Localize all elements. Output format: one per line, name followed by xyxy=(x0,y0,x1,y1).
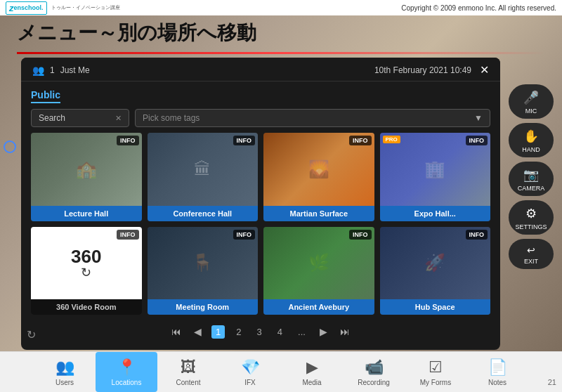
nav-media[interactable]: ▶ Media xyxy=(281,352,343,392)
dropdown-arrow-icon: ▼ xyxy=(474,113,483,123)
location-card-expo-hall[interactable]: 🏢 PRO INFO Expo Hall... xyxy=(380,133,491,221)
locations-nav-label: Locations xyxy=(112,379,142,386)
settings-button[interactable]: ⚙ SETTINGS xyxy=(509,200,554,235)
nav-notes[interactable]: 📄 Notes xyxy=(466,352,528,392)
logo-area: z enschool. トゥルー・イノベーション講座 xyxy=(6,1,120,15)
page-2-button[interactable]: 2 xyxy=(232,325,245,339)
page-title: メニュー～別の場所へ移動 xyxy=(17,20,256,46)
card-image-meeting: 🪑 INFO xyxy=(148,227,259,300)
tags-dropdown[interactable]: Pick some tags ▼ xyxy=(135,109,490,127)
page-next-button[interactable]: ▶ xyxy=(317,325,330,339)
media-nav-icon: ▶ xyxy=(306,358,318,377)
info-badge-meeting: INFO xyxy=(233,230,256,240)
recording-nav-icon: 📹 xyxy=(365,358,384,377)
slide-number: 21 xyxy=(548,378,556,386)
info-badge-360: INFO xyxy=(117,230,139,240)
mic-icon: 🎤 xyxy=(523,90,539,105)
top-bar: z enschool. トゥルー・イノベーション講座 Copyright © 2… xyxy=(0,0,562,15)
location-card-lecture-hall[interactable]: 🏫 INFO Lecture Hall xyxy=(31,133,142,221)
user-count: 1 xyxy=(50,65,55,75)
filters-row: Search ✕ Pick some tags ▼ xyxy=(31,109,490,127)
info-badge-hub: INFO xyxy=(466,230,488,240)
main-panel: 👥 1 Just Me 10th February 2021 10:49 ✕ P… xyxy=(21,58,500,350)
nav-locations[interactable]: 📍 Locations xyxy=(96,352,157,392)
page-4-button[interactable]: 4 xyxy=(273,325,287,339)
nav-my-forms[interactable]: ☑ My Forms xyxy=(405,352,466,392)
card-image-expo: 🏢 PRO INFO xyxy=(380,133,491,206)
content-nav-icon: 🖼 xyxy=(181,358,196,377)
nav-users[interactable]: 👥 Users xyxy=(34,352,96,392)
circle-decoration xyxy=(4,141,16,153)
public-label: Public xyxy=(31,89,60,103)
location-grid: 🏫 INFO Lecture Hall 🏛 INFO Conference Ha… xyxy=(31,133,490,315)
logo-box: z enschool. xyxy=(6,1,47,15)
search-text: Search xyxy=(39,113,65,123)
user-name: Just Me xyxy=(60,65,90,75)
camera-button[interactable]: 📷 CAMERA xyxy=(509,162,554,196)
logo-sub: トゥルー・イノベーション講座 xyxy=(51,4,120,11)
refresh-button[interactable]: ↻ xyxy=(27,328,36,341)
card-label-hub: Hub Space xyxy=(380,299,491,315)
bottom-nav: 👥 Users 📍 Locations 🖼 Content 💎 IFX ▶ Me… xyxy=(0,351,562,392)
page-first-button[interactable]: ⏮ xyxy=(169,325,184,339)
content-nav-label: Content xyxy=(176,379,200,386)
location-card-ancient-avebury[interactable]: 🌿 INFO Ancient Avebury xyxy=(263,227,374,315)
users-nav-icon: 👥 xyxy=(55,358,74,377)
pagination: ⏮ ◀ 1 2 3 4 ... ▶ ⏭ xyxy=(31,320,490,343)
hand-button[interactable]: ✋ HAND xyxy=(509,123,554,157)
location-card-conference-hall[interactable]: 🏛 INFO Conference Hall xyxy=(148,133,259,221)
public-tab[interactable]: Public xyxy=(31,89,490,103)
locations-nav-icon: 📍 xyxy=(117,358,136,377)
card-image-martian: 🌄 INFO xyxy=(263,133,374,206)
panel-content: Public Search ✕ Pick some tags ▼ 🏫 INFO … xyxy=(21,81,500,350)
users-nav-label: Users xyxy=(55,379,74,386)
mic-button[interactable]: 🎤 MIC xyxy=(509,84,554,119)
camera-label: CAMERA xyxy=(518,185,545,192)
settings-label: SETTINGS xyxy=(515,223,547,230)
card-label-expo: Expo Hall... xyxy=(380,206,491,221)
notes-nav-label: Notes xyxy=(488,379,507,386)
exit-button[interactable]: ↩ EXIT xyxy=(509,239,554,269)
hand-icon: ✋ xyxy=(523,129,539,144)
card-label-lecture: Lecture Hall xyxy=(31,206,142,221)
page-prev-button[interactable]: ◀ xyxy=(191,325,204,339)
card-image-conference: 🏛 INFO xyxy=(148,133,259,206)
card-label-avebury: Ancient Avebury xyxy=(263,299,374,315)
info-badge-avebury: INFO xyxy=(349,230,372,240)
panel-datetime: 10th February 2021 10:49 xyxy=(374,65,471,75)
search-box[interactable]: Search ✕ xyxy=(31,109,129,127)
arrow-360-icon: ↻ xyxy=(81,265,91,280)
recording-nav-label: Recording xyxy=(358,379,390,386)
my-forms-nav-label: My Forms xyxy=(420,379,451,386)
right-controls: 🎤 MIC ✋ HAND 📷 CAMERA ⚙ SETTINGS ↩ EXIT xyxy=(509,84,554,269)
info-badge-martian: INFO xyxy=(349,136,372,145)
card-label-conference: Conference Hall xyxy=(148,206,259,221)
logo-school: enschool. xyxy=(14,4,44,11)
location-card-360-video[interactable]: 360 ↻ INFO 360 Video Room xyxy=(31,227,142,315)
page-3-button[interactable]: 3 xyxy=(253,325,266,339)
card-image-lecture: 🏫 INFO xyxy=(31,133,142,206)
page-last-button[interactable]: ⏭ xyxy=(337,325,353,339)
page-ellipsis: ... xyxy=(294,325,310,339)
nav-content[interactable]: 🖼 Content xyxy=(157,352,219,392)
accent-line xyxy=(17,52,545,54)
exit-icon: ↩ xyxy=(527,244,535,256)
search-clear-icon[interactable]: ✕ xyxy=(115,114,122,123)
close-button[interactable]: ✕ xyxy=(480,63,489,77)
notes-nav-icon: 📄 xyxy=(488,358,507,377)
my-forms-nav-icon: ☑ xyxy=(429,358,443,377)
location-card-hub-space[interactable]: 🚀 INFO Hub Space xyxy=(380,227,491,315)
nav-recording[interactable]: 📹 Recording xyxy=(343,352,405,392)
panel-header-right: 10th February 2021 10:49 ✕ xyxy=(374,63,489,77)
location-card-martian-surface[interactable]: 🌄 INFO Martian Surface xyxy=(263,133,374,221)
panel-header: 👥 1 Just Me 10th February 2021 10:49 ✕ xyxy=(21,58,500,81)
location-card-meeting-room[interactable]: 🪑 INFO Meeting Room xyxy=(148,227,259,315)
card-image-avebury: 🌿 INFO xyxy=(263,227,374,300)
nav-ifx[interactable]: 💎 IFX xyxy=(219,352,281,392)
media-nav-label: Media xyxy=(302,379,321,386)
ifx-nav-icon: 💎 xyxy=(241,358,260,377)
page-1-button[interactable]: 1 xyxy=(211,325,225,339)
info-badge-conference: INFO xyxy=(233,136,256,145)
card-image-hub: 🚀 INFO xyxy=(380,227,491,300)
card-image-360: 360 ↻ INFO xyxy=(31,227,142,300)
